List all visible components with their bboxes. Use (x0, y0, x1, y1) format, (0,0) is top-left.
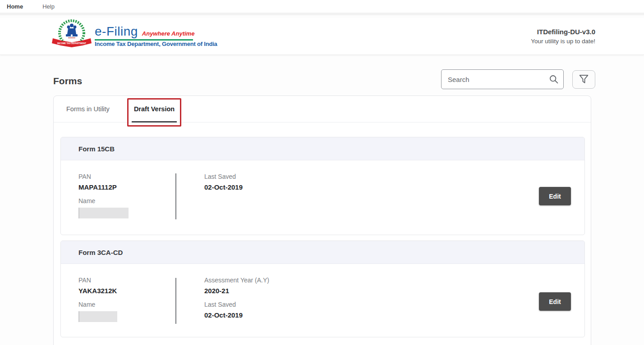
tab-bar: Forms in Utility Draft Version (54, 96, 591, 123)
field-assessment-year: Assessment Year (A.Y) 2020-21 (204, 277, 269, 295)
brand-subtitle: Income Tax Department, Government of Ind… (95, 41, 217, 47)
field-label: Last Saved (204, 301, 269, 308)
utility-status: Your utility is up to date! (531, 38, 595, 45)
field-value: YAKA3212K (78, 287, 117, 295)
active-tab-indicator (132, 121, 177, 123)
field-value: 2020-21 (204, 287, 269, 295)
card-header: Form 3CA-CD (61, 241, 584, 264)
form-card-3ca-cd: Form 3CA-CD PAN YAKA3212K Name Assessmen… (60, 241, 585, 337)
field-label: PAN (78, 277, 117, 284)
tab-draft-version-label: Draft Version (134, 105, 175, 113)
field-name: Name (78, 301, 117, 322)
field-label: Last Saved (204, 173, 243, 180)
utility-version: ITDefiling-DU-v3.0 (531, 28, 595, 36)
card-left-column: PAN YAKA3212K Name (78, 277, 117, 328)
search-input[interactable] (441, 69, 564, 89)
field-value: MAPA1112P (78, 183, 129, 191)
field-label: PAN (78, 173, 129, 180)
page-title: Forms (53, 76, 82, 86)
column-divider (175, 278, 176, 324)
field-value: 02-Oct-2019 (204, 311, 269, 319)
edit-button[interactable]: Edit (539, 187, 571, 205)
app-header: INCOME TAX DEPARTMENT e-Filing Anywhere … (0, 18, 644, 55)
field-label: Name (78, 197, 129, 204)
search-icon (549, 74, 559, 84)
field-last-saved: Last Saved 02-Oct-2019 (204, 173, 243, 191)
card-title: Form 15CB (78, 145, 115, 153)
field-last-saved: Last Saved 02-Oct-2019 (204, 301, 269, 319)
card-header: Form 15CB (61, 137, 584, 160)
menu-item-home[interactable]: Home (7, 3, 23, 10)
tab-forms-in-utility[interactable]: Forms in Utility (66, 105, 110, 113)
svg-text:INCOME TAX DEPARTMENT: INCOME TAX DEPARTMENT (57, 42, 86, 45)
filter-funnel-icon (578, 74, 589, 86)
menu-item-help[interactable]: Help (42, 3, 55, 10)
card-body: PAN YAKA3212K Name Assessment Year (A.Y)… (61, 264, 584, 337)
brand-name: e-Filing (95, 24, 138, 39)
column-divider (175, 173, 176, 219)
field-value: 02-Oct-2019 (204, 183, 243, 191)
filter-button[interactable] (572, 70, 595, 89)
brand-tagline: Anywhere Anytime (142, 30, 195, 37)
income-tax-department-emblem-icon: INCOME TAX DEPARTMENT (51, 19, 92, 53)
card-right-column: Last Saved 02-Oct-2019 (204, 173, 243, 197)
edit-button[interactable]: Edit (539, 292, 571, 311)
field-label: Name (78, 301, 117, 308)
form-card-15cb: Form 15CB PAN MAPA1112P Name Last Saved … (60, 137, 585, 235)
redacted-name-value (78, 311, 117, 322)
tab-draft-version[interactable]: Draft Version (134, 96, 175, 122)
field-label: Assessment Year (A.Y) (204, 277, 269, 284)
forms-panel: Forms in Utility Draft Version Form 15CB… (53, 95, 591, 345)
card-title: Form 3CA-CD (78, 249, 123, 256)
search-box (441, 69, 564, 89)
field-pan: PAN MAPA1112P (78, 173, 129, 191)
card-left-column: PAN MAPA1112P Name (78, 173, 129, 225)
efiling-logo: e-Filing Anywhere Anytime (95, 24, 194, 39)
card-body: PAN MAPA1112P Name Last Saved 02-Oct-201… (61, 160, 584, 235)
redacted-name-value (78, 208, 129, 218)
utility-info: ITDefiling-DU-v3.0 Your utility is up to… (531, 28, 595, 45)
menu-bar: Home Help (0, 0, 644, 15)
field-name: Name (78, 197, 129, 218)
field-pan: PAN YAKA3212K (78, 277, 117, 295)
card-right-column: Assessment Year (A.Y) 2020-21 Last Saved… (204, 277, 269, 325)
